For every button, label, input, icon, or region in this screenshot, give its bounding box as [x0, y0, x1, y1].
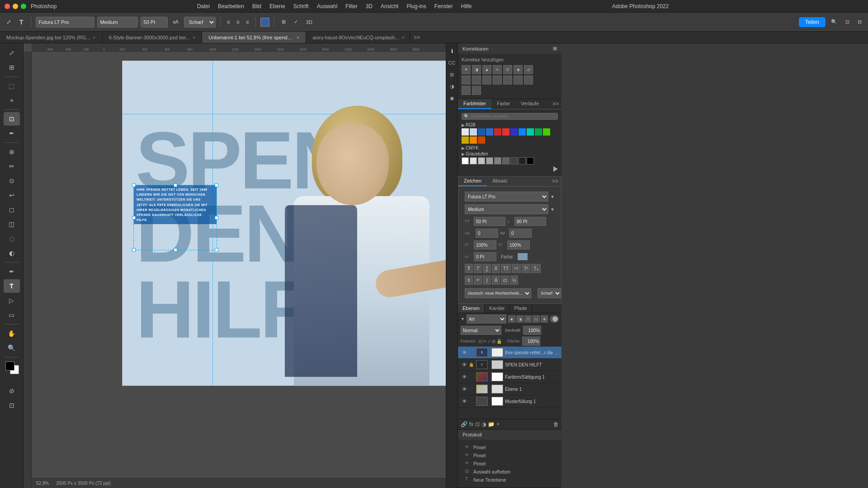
maximize-btn[interactable]	[21, 4, 26, 9]
swatch-12[interactable]	[470, 136, 477, 144]
underline-icon[interactable]: T	[483, 264, 491, 273]
tab-2[interactable]: Unbenannt-1 bei 52,8% (Ihre spende rette…	[202, 32, 306, 43]
swatch-9[interactable]	[535, 128, 542, 136]
move-tool[interactable]: ⤢	[4, 46, 20, 60]
cmyk-group-toggle[interactable]: ▶ CMYK	[462, 145, 558, 150]
blend-mode-select[interactable]: Normal	[461, 326, 501, 335]
move-tool-btn[interactable]: ⤢	[4, 17, 14, 27]
swatch-2[interactable]	[478, 128, 485, 136]
quick-mask-btn[interactable]: ⊘	[4, 384, 20, 398]
search-icon[interactable]: 🔍	[828, 18, 840, 26]
crop-tool[interactable]: ⊡	[4, 112, 20, 126]
swatch-11[interactable]	[462, 136, 469, 144]
layer-2-vis[interactable]: 👁	[461, 373, 468, 380]
tab-3-close[interactable]: ×	[402, 35, 405, 40]
align-right-btn[interactable]: ≡	[244, 18, 251, 26]
tab-3[interactable]: aiory-haust-8OxVecNEuCQ-unsplash... ×	[306, 32, 410, 43]
italic-icon[interactable]: T	[474, 264, 482, 273]
gray-4[interactable]	[494, 157, 501, 164]
scale-h-input[interactable]	[474, 240, 496, 249]
gray-8[interactable]	[527, 157, 534, 164]
aa-select[interactable]: Scharf	[184, 17, 216, 28]
add-group-btn[interactable]: 📁	[488, 421, 495, 427]
superscript-icon[interactable]: T¹	[522, 264, 530, 273]
swatch-6[interactable]	[510, 128, 518, 136]
handle-tl[interactable]	[132, 183, 136, 187]
layer-item-0[interactable]: 👁 T Ihre spende rettet...r die Not von M…	[458, 347, 561, 359]
layer-3-vis[interactable]: 👁	[461, 385, 468, 393]
prot-item-1[interactable]: ✏ Pinsel	[462, 451, 558, 460]
tab-verlaeufe[interactable]: Verläufe	[515, 99, 544, 109]
filter-toggle[interactable]	[550, 315, 559, 323]
handle-bm[interactable]	[174, 248, 177, 252]
discretionary-icon[interactable]: ½	[510, 276, 518, 285]
layer-item-4[interactable]: 👁 Musterfüllung 1	[458, 395, 561, 408]
history-tool[interactable]: ↩	[4, 188, 20, 202]
swatch-10[interactable]	[543, 128, 550, 136]
titling-icon[interactable]: Á	[492, 276, 500, 285]
blur-tool[interactable]: ◌	[4, 232, 20, 245]
filter-px-btn[interactable]: ■	[508, 315, 515, 323]
zeichen-menu-btn[interactable]: >>	[549, 176, 561, 186]
prot-item-4[interactable]: T Neue Textebene	[462, 476, 558, 484]
align-center-btn[interactable]: ≡	[235, 18, 241, 26]
ordinal-icon[interactable]: ᵒʳ	[474, 276, 482, 285]
tab-ebenen[interactable]: Ebenen	[458, 304, 485, 313]
menu-ebene[interactable]: Ebene	[269, 3, 285, 9]
text-color-box[interactable]	[518, 253, 528, 260]
view-icon[interactable]: ⊡	[843, 18, 852, 26]
korr-btn-colorbal[interactable]	[462, 75, 471, 84]
prot-item-0[interactable]: ✏ Pinsel	[462, 443, 558, 451]
menu-datei[interactable]: Datei	[197, 3, 210, 9]
lock-artboard-btn[interactable]: ⊞	[492, 339, 495, 344]
korr-btn-hsl[interactable]: ⌭	[524, 65, 533, 74]
korr-btn-contrast[interactable]: ◑	[472, 65, 481, 74]
all-caps-icon[interactable]: TT	[501, 264, 511, 273]
contextual-icon[interactable]: ct	[501, 276, 509, 285]
font-style-input[interactable]	[97, 17, 138, 28]
zeichen-font-select[interactable]: Futura LT Pro	[465, 192, 548, 202]
lock-position-btn[interactable]: ⤢	[487, 339, 491, 344]
add-mask-btn[interactable]: ⊡	[475, 421, 480, 427]
layer-item-2[interactable]: 👁 Farbton/Sättigung 1	[458, 371, 561, 383]
delete-layer-btn[interactable]: 🗑	[553, 421, 559, 427]
swatch-3[interactable]	[486, 128, 493, 136]
menu-schrift[interactable]: Schrift	[293, 3, 309, 9]
menu-filter[interactable]: Filter	[345, 3, 358, 9]
menu-fenster[interactable]: Fenster	[434, 3, 453, 9]
tab-farbe[interactable]: Farbe	[491, 99, 515, 109]
tab-absatz[interactable]: Absatz	[487, 176, 513, 186]
zeichen-style-menu[interactable]: ▼	[550, 207, 555, 212]
korr-btn-invert[interactable]	[503, 75, 512, 84]
korr-btn-threshold[interactable]	[524, 75, 533, 84]
font-name-input[interactable]	[36, 17, 94, 28]
handle-bl[interactable]	[132, 248, 136, 252]
layer-item-3[interactable]: 👁 Ebene 1	[458, 383, 561, 395]
protokoll-header[interactable]: Protokoll	[458, 430, 561, 440]
strikethrough-icon[interactable]: T	[492, 264, 500, 273]
prot-item-2[interactable]: ✏ Pinsel	[462, 460, 558, 468]
gray-2[interactable]	[478, 157, 485, 164]
tab-1[interactable]: 6-Style-Banner-3000x3000.psd bei... ×	[103, 32, 203, 43]
text-tool-btn[interactable]: T	[17, 17, 26, 27]
screen-mode-btn[interactable]: ⊡	[4, 399, 20, 412]
tab-pfade[interactable]: Pfade	[509, 304, 532, 313]
bold-icon[interactable]: T	[465, 264, 473, 273]
gray-5[interactable]	[502, 157, 509, 164]
korr-btn-levels[interactable]: ▲	[482, 65, 491, 74]
menu-auswahl[interactable]: Auswahl	[317, 3, 337, 9]
ligature-icon[interactable]: fi	[465, 276, 473, 285]
heal-tool[interactable]: ⊕	[4, 145, 20, 159]
menu-bearbeiten[interactable]: Bearbeiten	[218, 3, 244, 9]
tab-0[interactable]: Mockup-Spenden.jpg bei 120% (RG... ×	[0, 32, 103, 43]
handle-tr[interactable]	[215, 183, 218, 187]
farbfelder-search-input[interactable]	[471, 114, 556, 119]
korr-btn-brightness[interactable]: ☀	[462, 65, 471, 74]
lock-transparent-btn[interactable]: ⊡	[478, 339, 482, 344]
handle-ml[interactable]	[132, 216, 136, 220]
korr-btn-poster[interactable]	[514, 75, 523, 84]
korr-btn-gradient[interactable]	[472, 86, 481, 95]
menu-hilfe[interactable]: Hilfe	[461, 3, 472, 9]
graustufen-group-toggle[interactable]: ▶ Graustufen	[462, 151, 558, 156]
tab-farbfelder[interactable]: Farbfelder	[458, 99, 491, 109]
